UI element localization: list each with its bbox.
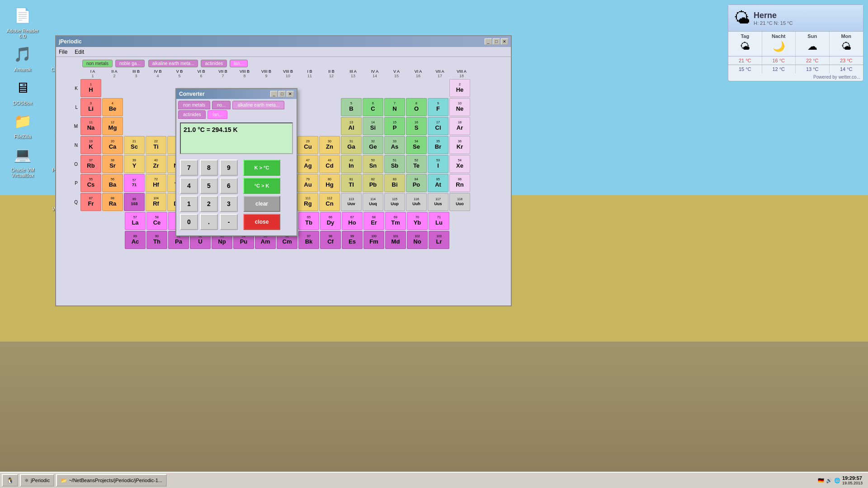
element-Uuh[interactable]: 116Uuh [406,193,427,211]
tab-nonmetals[interactable]: non metals [178,101,210,109]
icon-adobe-reader[interactable]: 📄 Adobe Reader 6.0 [5,5,41,39]
element-He[interactable]: 2He [449,79,470,97]
element-Sc[interactable]: 21Sc [124,136,145,154]
element-Cl[interactable]: 17Cl [428,117,448,135]
element-Xe[interactable]: 54Xe [449,155,470,173]
element-C[interactable]: 6C [363,98,383,116]
element-Th[interactable]: 90Th [146,231,167,249]
legend-actinides[interactable]: actinides [201,60,226,67]
element-In[interactable]: 49In [341,155,362,173]
element-F[interactable]: 9F [428,98,448,116]
menu-edit[interactable]: Edit [75,49,84,55]
element-Li[interactable]: 3Li [80,98,101,116]
btn-6[interactable]: 6 [220,178,238,194]
btn-clear[interactable]: clear [243,196,280,212]
converter-maximize[interactable]: □ [278,91,286,97]
btn-0[interactable]: 0 [180,214,198,230]
element-Ga[interactable]: 31Ga [341,136,362,154]
element-Lu[interactable]: 71Lu [429,212,449,230]
element-Ac-series[interactable]: 89103 [124,193,145,211]
element-Ce[interactable]: 58Ce [146,212,167,230]
btn-8[interactable]: 8 [200,160,218,176]
element-Po[interactable]: 84Po [406,174,427,192]
element-Sb[interactable]: 51Sb [384,155,405,173]
icon-amarok[interactable]: 🎵 Amarok [5,43,41,72]
element-Zr[interactable]: 40Zr [146,155,166,173]
element-Ac[interactable]: 89Ac [125,231,146,249]
element-Ho[interactable]: 67Ho [342,212,363,230]
element-Rf[interactable]: 104Rf [146,193,166,211]
element-Y[interactable]: 39Y [124,155,145,173]
legend-noble[interactable]: noble ga... [115,60,145,67]
element-Rb[interactable]: 37Rb [80,155,101,173]
element-O[interactable]: 8O [406,98,427,116]
btn-5[interactable]: 5 [200,178,218,194]
tab-noble[interactable]: no... [212,101,231,109]
legend-alkaline-earth[interactable]: alkaline earth meta... [148,60,198,67]
element-Kr[interactable]: 36Kr [449,136,470,154]
element-Pb[interactable]: 82Pb [363,174,383,192]
element-Tm[interactable]: 69Tm [385,212,406,230]
element-Uup[interactable]: 115Uup [384,193,405,211]
element-Sr[interactable]: 38Sr [102,155,123,173]
element-Tb[interactable]: 65Tb [298,212,319,230]
maximize-button[interactable]: □ [493,38,500,45]
btn-7[interactable]: 7 [180,160,198,176]
element-Se[interactable]: 34Se [406,136,427,154]
element-N[interactable]: 7N [384,98,405,116]
element-Ca[interactable]: 20Ca [102,136,123,154]
element-P[interactable]: 15P [384,117,405,135]
element-La-series[interactable]: 5771 [124,174,145,192]
btn-ktoc[interactable]: K > °C [243,160,280,176]
element-Uuo[interactable]: 118Uuo [449,193,470,211]
element-Fm[interactable]: 100Fm [363,231,384,249]
btn-1[interactable]: 1 [180,196,198,212]
start-button[interactable]: 🐧 [2,474,18,487]
element-Uut[interactable]: 113Uuv [341,193,362,211]
btn-ctok[interactable]: °C > K [243,178,280,194]
element-H[interactable]: 1H [80,79,101,97]
element-Dy[interactable]: 66Dy [320,212,341,230]
element-K[interactable]: 19K [80,136,101,154]
converter-minimize[interactable]: _ [270,91,278,97]
element-Ag[interactable]: 47Ag [297,155,318,173]
element-Te[interactable]: 52Te [406,155,427,173]
element-Bk[interactable]: 97Bk [298,231,319,249]
element-Cf[interactable]: 98Cf [320,231,341,249]
btn-2[interactable]: 2 [200,196,218,212]
converter-close-win[interactable]: ✕ [287,91,294,97]
btn-neg[interactable]: - [220,214,238,230]
element-Ne[interactable]: 10Ne [449,98,470,116]
element-I[interactable]: 53I [428,155,448,173]
element-Bi[interactable]: 83Bi [384,174,405,192]
element-Uus[interactable]: 117Uus [428,193,448,211]
btn-4[interactable]: 4 [180,178,198,194]
element-No[interactable]: 102No [407,231,428,249]
element-Be[interactable]: 4Be [102,98,123,116]
element-Md[interactable]: 101Md [385,231,406,249]
element-Zn[interactable]: 30Zn [319,136,340,154]
taskbar-jperiodic[interactable]: ⚛ jPeriodic [20,474,54,487]
element-Cd[interactable]: 48Cd [319,155,340,173]
element-Rn[interactable]: 86Rn [449,174,470,192]
element-Hf[interactable]: 72Hf [146,174,166,192]
element-La[interactable]: 57La [125,212,146,230]
element-Na[interactable]: 11Na [80,117,101,135]
legend-nonmetals[interactable]: non metals [82,60,113,67]
minimize-button[interactable]: _ [485,38,492,45]
element-Sn[interactable]: 50Sn [363,155,383,173]
element-Tl[interactable]: 81Tl [341,174,362,192]
element-Uuq[interactable]: 114Uuq [363,193,383,211]
element-Hg[interactable]: 80Hg [319,174,340,192]
element-Br[interactable]: 35Br [428,136,448,154]
element-Ti[interactable]: 22Ti [146,136,166,154]
element-Ar[interactable]: 18Ar [449,117,470,135]
tab-actinides[interactable]: actinides [178,110,206,119]
element-Cu[interactable]: 29Cu [297,136,318,154]
close-button[interactable]: ✕ [501,38,508,45]
element-Fr[interactable]: 87Fr [80,193,101,211]
icon-filezilla[interactable]: 📁 FileZilla [5,110,41,139]
icon-virtualbox[interactable]: 💻 Oracle VM VirtualBox [5,144,41,178]
element-Mg[interactable]: 12Mg [102,117,123,135]
element-Ge[interactable]: 32Ge [363,136,383,154]
